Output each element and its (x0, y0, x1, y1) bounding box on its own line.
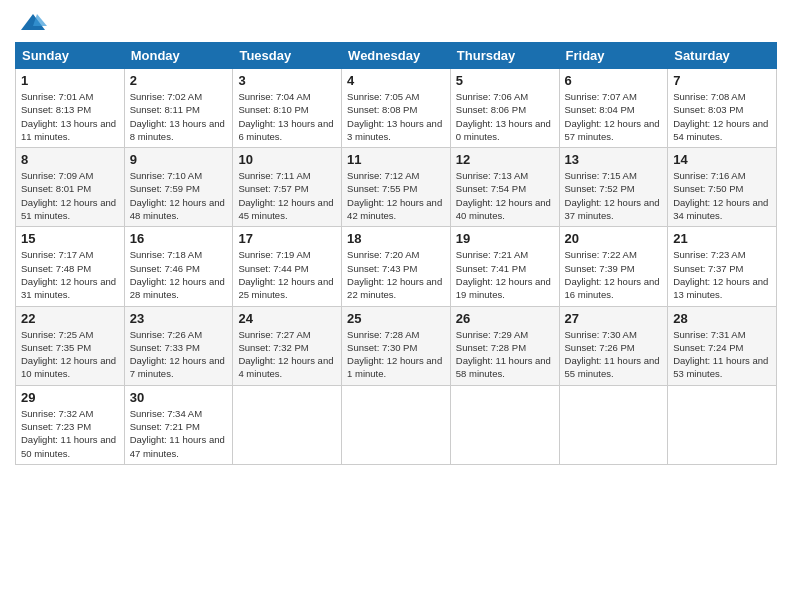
calendar-cell: 18Sunrise: 7:20 AMSunset: 7:43 PMDayligh… (342, 227, 451, 306)
calendar-week-2: 8Sunrise: 7:09 AMSunset: 8:01 PMDaylight… (16, 148, 777, 227)
day-info: Sunrise: 7:06 AMSunset: 8:06 PMDaylight:… (456, 90, 554, 143)
day-info: Sunrise: 7:28 AMSunset: 7:30 PMDaylight:… (347, 328, 445, 381)
day-info: Sunrise: 7:23 AMSunset: 7:37 PMDaylight:… (673, 248, 771, 301)
calendar-cell: 2Sunrise: 7:02 AMSunset: 8:11 PMDaylight… (124, 69, 233, 148)
calendar-week-3: 15Sunrise: 7:17 AMSunset: 7:48 PMDayligh… (16, 227, 777, 306)
day-number: 29 (21, 390, 119, 405)
calendar-cell: 22Sunrise: 7:25 AMSunset: 7:35 PMDayligh… (16, 306, 125, 385)
day-info: Sunrise: 7:04 AMSunset: 8:10 PMDaylight:… (238, 90, 336, 143)
day-info: Sunrise: 7:02 AMSunset: 8:11 PMDaylight:… (130, 90, 228, 143)
day-info: Sunrise: 7:32 AMSunset: 7:23 PMDaylight:… (21, 407, 119, 460)
day-info: Sunrise: 7:21 AMSunset: 7:41 PMDaylight:… (456, 248, 554, 301)
day-number: 25 (347, 311, 445, 326)
day-number: 30 (130, 390, 228, 405)
calendar-cell: 9Sunrise: 7:10 AMSunset: 7:59 PMDaylight… (124, 148, 233, 227)
calendar-cell: 5Sunrise: 7:06 AMSunset: 8:06 PMDaylight… (450, 69, 559, 148)
day-info: Sunrise: 7:07 AMSunset: 8:04 PMDaylight:… (565, 90, 663, 143)
day-number: 12 (456, 152, 554, 167)
calendar-cell: 15Sunrise: 7:17 AMSunset: 7:48 PMDayligh… (16, 227, 125, 306)
calendar-cell: 23Sunrise: 7:26 AMSunset: 7:33 PMDayligh… (124, 306, 233, 385)
calendar-cell (233, 385, 342, 464)
col-saturday: Saturday (668, 43, 777, 69)
calendar-cell: 11Sunrise: 7:12 AMSunset: 7:55 PMDayligh… (342, 148, 451, 227)
day-info: Sunrise: 7:18 AMSunset: 7:46 PMDaylight:… (130, 248, 228, 301)
day-info: Sunrise: 7:16 AMSunset: 7:50 PMDaylight:… (673, 169, 771, 222)
calendar-cell: 8Sunrise: 7:09 AMSunset: 8:01 PMDaylight… (16, 148, 125, 227)
day-number: 28 (673, 311, 771, 326)
calendar-cell (342, 385, 451, 464)
day-number: 15 (21, 231, 119, 246)
calendar-cell: 27Sunrise: 7:30 AMSunset: 7:26 PMDayligh… (559, 306, 668, 385)
day-number: 4 (347, 73, 445, 88)
day-number: 11 (347, 152, 445, 167)
day-info: Sunrise: 7:08 AMSunset: 8:03 PMDaylight:… (673, 90, 771, 143)
day-info: Sunrise: 7:11 AMSunset: 7:57 PMDaylight:… (238, 169, 336, 222)
header (15, 10, 777, 34)
day-number: 10 (238, 152, 336, 167)
logo-icon (19, 10, 47, 38)
day-number: 8 (21, 152, 119, 167)
calendar-cell: 30Sunrise: 7:34 AMSunset: 7:21 PMDayligh… (124, 385, 233, 464)
day-number: 23 (130, 311, 228, 326)
day-number: 9 (130, 152, 228, 167)
col-tuesday: Tuesday (233, 43, 342, 69)
calendar-cell: 20Sunrise: 7:22 AMSunset: 7:39 PMDayligh… (559, 227, 668, 306)
day-info: Sunrise: 7:09 AMSunset: 8:01 PMDaylight:… (21, 169, 119, 222)
day-number: 19 (456, 231, 554, 246)
calendar-cell: 25Sunrise: 7:28 AMSunset: 7:30 PMDayligh… (342, 306, 451, 385)
day-info: Sunrise: 7:01 AMSunset: 8:13 PMDaylight:… (21, 90, 119, 143)
day-info: Sunrise: 7:26 AMSunset: 7:33 PMDaylight:… (130, 328, 228, 381)
col-thursday: Thursday (450, 43, 559, 69)
day-info: Sunrise: 7:15 AMSunset: 7:52 PMDaylight:… (565, 169, 663, 222)
day-info: Sunrise: 7:30 AMSunset: 7:26 PMDaylight:… (565, 328, 663, 381)
col-friday: Friday (559, 43, 668, 69)
day-info: Sunrise: 7:13 AMSunset: 7:54 PMDaylight:… (456, 169, 554, 222)
calendar-cell (450, 385, 559, 464)
calendar-cell: 12Sunrise: 7:13 AMSunset: 7:54 PMDayligh… (450, 148, 559, 227)
calendar-cell: 19Sunrise: 7:21 AMSunset: 7:41 PMDayligh… (450, 227, 559, 306)
day-info: Sunrise: 7:31 AMSunset: 7:24 PMDaylight:… (673, 328, 771, 381)
day-number: 5 (456, 73, 554, 88)
day-info: Sunrise: 7:20 AMSunset: 7:43 PMDaylight:… (347, 248, 445, 301)
calendar-cell: 29Sunrise: 7:32 AMSunset: 7:23 PMDayligh… (16, 385, 125, 464)
calendar: Sunday Monday Tuesday Wednesday Thursday… (15, 42, 777, 465)
col-monday: Monday (124, 43, 233, 69)
day-info: Sunrise: 7:25 AMSunset: 7:35 PMDaylight:… (21, 328, 119, 381)
day-number: 16 (130, 231, 228, 246)
day-number: 20 (565, 231, 663, 246)
calendar-week-1: 1Sunrise: 7:01 AMSunset: 8:13 PMDaylight… (16, 69, 777, 148)
day-number: 6 (565, 73, 663, 88)
calendar-header-row: Sunday Monday Tuesday Wednesday Thursday… (16, 43, 777, 69)
day-number: 22 (21, 311, 119, 326)
calendar-cell: 4Sunrise: 7:05 AMSunset: 8:08 PMDaylight… (342, 69, 451, 148)
day-number: 7 (673, 73, 771, 88)
day-number: 13 (565, 152, 663, 167)
day-number: 3 (238, 73, 336, 88)
calendar-cell (559, 385, 668, 464)
day-info: Sunrise: 7:12 AMSunset: 7:55 PMDaylight:… (347, 169, 445, 222)
day-info: Sunrise: 7:19 AMSunset: 7:44 PMDaylight:… (238, 248, 336, 301)
day-info: Sunrise: 7:10 AMSunset: 7:59 PMDaylight:… (130, 169, 228, 222)
day-number: 2 (130, 73, 228, 88)
calendar-cell: 17Sunrise: 7:19 AMSunset: 7:44 PMDayligh… (233, 227, 342, 306)
day-info: Sunrise: 7:17 AMSunset: 7:48 PMDaylight:… (21, 248, 119, 301)
calendar-week-4: 22Sunrise: 7:25 AMSunset: 7:35 PMDayligh… (16, 306, 777, 385)
day-info: Sunrise: 7:29 AMSunset: 7:28 PMDaylight:… (456, 328, 554, 381)
day-info: Sunrise: 7:34 AMSunset: 7:21 PMDaylight:… (130, 407, 228, 460)
day-number: 24 (238, 311, 336, 326)
calendar-cell: 16Sunrise: 7:18 AMSunset: 7:46 PMDayligh… (124, 227, 233, 306)
calendar-cell: 26Sunrise: 7:29 AMSunset: 7:28 PMDayligh… (450, 306, 559, 385)
day-info: Sunrise: 7:27 AMSunset: 7:32 PMDaylight:… (238, 328, 336, 381)
calendar-cell: 13Sunrise: 7:15 AMSunset: 7:52 PMDayligh… (559, 148, 668, 227)
day-number: 27 (565, 311, 663, 326)
calendar-cell: 3Sunrise: 7:04 AMSunset: 8:10 PMDaylight… (233, 69, 342, 148)
day-number: 21 (673, 231, 771, 246)
day-number: 26 (456, 311, 554, 326)
day-number: 18 (347, 231, 445, 246)
day-number: 1 (21, 73, 119, 88)
day-number: 14 (673, 152, 771, 167)
day-info: Sunrise: 7:22 AMSunset: 7:39 PMDaylight:… (565, 248, 663, 301)
calendar-cell: 7Sunrise: 7:08 AMSunset: 8:03 PMDaylight… (668, 69, 777, 148)
day-info: Sunrise: 7:05 AMSunset: 8:08 PMDaylight:… (347, 90, 445, 143)
page: Sunday Monday Tuesday Wednesday Thursday… (0, 0, 792, 612)
